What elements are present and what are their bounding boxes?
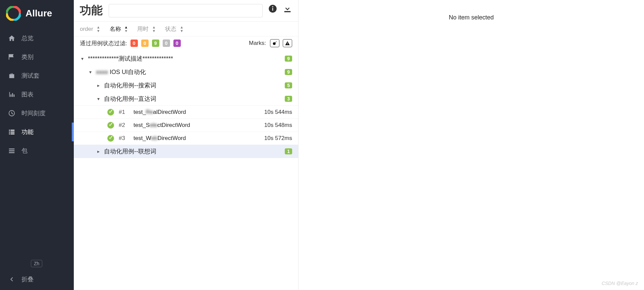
svg-point-5 xyxy=(276,42,276,43)
download-icon[interactable] xyxy=(283,4,292,13)
brand: Allure xyxy=(0,0,74,29)
tree-group-row[interactable]: ▸ 自动化用例--联想词 1 xyxy=(74,145,298,158)
test-duration: 10s 572ms xyxy=(264,135,292,142)
tree-label: 自动化用例--搜索词 xyxy=(104,81,156,89)
sidebar-item-behaviors[interactable]: 功能 xyxy=(0,123,74,141)
sidebar-item-label: 包 xyxy=(21,147,28,155)
app-root: Allure 总览 类别 测试套 图表 时间刻度 xyxy=(0,0,644,290)
sidebar-item-categories[interactable]: 类别 xyxy=(0,48,74,66)
sidebar-item-packages[interactable]: 包 xyxy=(0,141,74,160)
svg-rect-2 xyxy=(272,8,273,11)
redacted-text: xxxx xyxy=(96,69,108,75)
filter-bar: 通过用例状态过滤: 0 0 9 0 0 Marks: xyxy=(74,37,298,52)
collapse-sidebar-button[interactable]: 折叠 xyxy=(8,275,66,283)
clock-icon xyxy=(8,110,15,117)
count-badge: 3 xyxy=(285,96,292,102)
filter-skipped[interactable]: 0 xyxy=(163,40,170,47)
test-name-part: test_S xyxy=(133,122,150,128)
sidebar-item-label: 总览 xyxy=(21,34,34,42)
filter-unknown[interactable]: 0 xyxy=(173,40,181,47)
count-badge: 9 xyxy=(285,69,292,75)
chevron-down-icon: ▾ xyxy=(80,56,85,61)
sort-duration[interactable]: 用时▲▼ xyxy=(137,25,156,33)
watermark-text: CSDN @Eayon z xyxy=(602,281,638,286)
svg-rect-7 xyxy=(287,44,287,45)
sidebar-item-label: 测试套 xyxy=(21,72,40,80)
sort-order[interactable]: order▲▼ xyxy=(80,25,100,33)
svg-point-3 xyxy=(272,6,273,7)
tree-story-row[interactable]: ▾ xxxx IOS UI自动化 9 xyxy=(74,65,298,79)
test-case-row[interactable]: #2 test_SelectDirectWord 10s 548ms xyxy=(74,119,298,132)
status-passed-icon xyxy=(107,135,114,142)
chevron-right-icon: ▸ xyxy=(96,83,101,88)
sort-caret-icon: ▲▼ xyxy=(124,25,128,33)
briefcase-icon xyxy=(8,72,15,79)
status-passed-icon xyxy=(107,109,114,116)
chart-icon xyxy=(8,91,15,98)
chevron-down-icon: ▾ xyxy=(96,96,101,101)
info-icon[interactable] xyxy=(268,4,277,13)
tree-label: 自动化用例--联想词 xyxy=(104,147,156,155)
sidebar-nav: 总览 类别 测试套 图表 时间刻度 功能 xyxy=(0,29,74,257)
test-id: #2 xyxy=(119,122,129,129)
marks-label: Marks: xyxy=(249,40,266,47)
stack-icon xyxy=(8,147,15,154)
sort-name[interactable]: 名称▲▼ xyxy=(110,25,128,33)
redacted-text: Re xyxy=(146,109,153,115)
sidebar-item-label: 时间刻度 xyxy=(21,109,46,117)
sort-label: 用时 xyxy=(137,25,149,33)
sidebar-item-suites[interactable]: 测试套 xyxy=(0,66,74,85)
sidebar-item-label: 图表 xyxy=(21,90,34,98)
test-name: test_SelectDirectWord xyxy=(133,122,190,129)
brand-name: Allure xyxy=(25,8,52,19)
test-name-part: test_W xyxy=(133,135,151,141)
chevron-right-icon: ▸ xyxy=(96,149,101,154)
tree-label-text: IOS UI自动化 xyxy=(110,69,146,75)
test-id: #1 xyxy=(119,109,129,116)
test-case-row[interactable]: #3 test_WebDirectWord 10s 572ms xyxy=(74,132,298,145)
tree-group-row[interactable]: ▾ 自动化用例--直达词 3 xyxy=(74,92,298,105)
filter-failed[interactable]: 0 xyxy=(130,40,138,47)
sidebar-item-timeline[interactable]: 时间刻度 xyxy=(0,104,74,123)
tree-group-row[interactable]: ▸ 自动化用例--搜索词 5 xyxy=(74,79,298,92)
test-name: test_WebDirectWord xyxy=(133,135,186,142)
mark-flaky-button[interactable] xyxy=(270,39,279,47)
empty-state-text: No item selected xyxy=(449,14,494,21)
filter-passed[interactable]: 9 xyxy=(152,40,159,47)
test-case-row[interactable]: #1 test_RealDirectWord 10s 544ms xyxy=(74,105,298,119)
sort-label: order xyxy=(80,26,93,32)
panel-header: 功能 xyxy=(74,0,298,22)
panel-title: 功能 xyxy=(80,4,103,16)
tree-label: 自动化用例--直达词 xyxy=(104,95,156,103)
sort-label: 状态 xyxy=(165,25,176,33)
sort-caret-icon: ▲▼ xyxy=(97,25,100,33)
test-id: #3 xyxy=(119,135,129,142)
status-passed-icon xyxy=(107,122,114,129)
behaviors-panel: 功能 order▲▼ 名称▲▼ 用时▲▼ 状态▲▼ 通过用例状态过滤: 0 0 … xyxy=(74,0,299,290)
sidebar-item-label: 功能 xyxy=(21,128,34,136)
test-duration: 10s 548ms xyxy=(264,122,292,129)
count-badge: 9 xyxy=(285,56,292,62)
home-icon xyxy=(8,34,15,42)
svg-rect-6 xyxy=(287,43,287,44)
sidebar: Allure 总览 类别 测试套 图表 时间刻度 xyxy=(0,0,74,290)
test-duration: 10s 544ms xyxy=(264,109,292,116)
sort-caret-icon: ▲▼ xyxy=(180,25,183,33)
test-name: test_RealDirectWord xyxy=(133,109,186,116)
sidebar-item-label: 类别 xyxy=(21,53,34,61)
sidebar-item-graphs[interactable]: 图表 xyxy=(0,85,74,104)
tree-label: *************测试描述************* xyxy=(88,55,173,63)
sidebar-bottom: Zh 折叠 xyxy=(0,257,74,290)
filter-label: 通过用例状态过滤: xyxy=(80,40,127,47)
mark-new-failed-button[interactable] xyxy=(283,39,292,47)
tree-feature-row[interactable]: ▾ *************测试描述************* 9 xyxy=(74,52,298,65)
flag-icon xyxy=(8,53,15,61)
filter-broken[interactable]: 0 xyxy=(141,40,149,47)
language-toggle[interactable]: Zh xyxy=(31,260,42,267)
allure-logo-icon xyxy=(6,6,21,21)
test-name-part: test_ xyxy=(133,109,146,115)
search-input[interactable] xyxy=(109,4,263,17)
sort-status[interactable]: 状态▲▼ xyxy=(165,25,183,33)
count-badge: 5 xyxy=(285,82,292,88)
sidebar-item-overview[interactable]: 总览 xyxy=(0,29,74,48)
